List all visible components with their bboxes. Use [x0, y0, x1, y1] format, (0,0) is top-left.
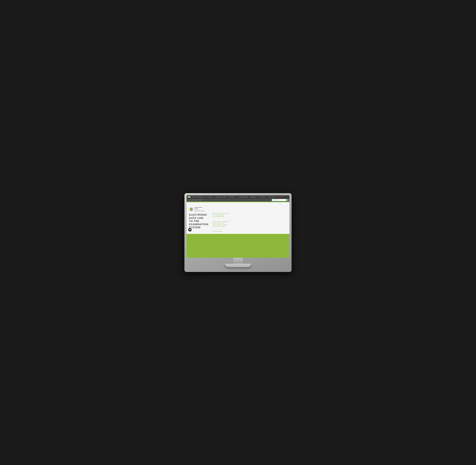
- nav-label-subject-classes: SUBJECT CLASSES: [216, 196, 226, 198]
- monitor-screen: 🏠 EUX- BACKOFFICE ▾ ⊞ CLASSES ▾ ⊞ SUBJEC…: [187, 195, 289, 258]
- gear-icon: ⚙: [259, 196, 260, 197]
- nav-label-manage: MANAGE: [260, 196, 265, 198]
- caret-sports: ▾: [235, 197, 236, 197]
- green-footer: [187, 234, 289, 258]
- dept-name: Department:: [194, 209, 205, 210]
- caret-administration: ▾: [248, 197, 249, 197]
- nav-label-library: LIBRARY: [252, 196, 256, 198]
- caret-sims-admin: ▾: [276, 197, 276, 197]
- logo-dot-1: [188, 197, 189, 197]
- select-placeholder: Select ...: [280, 203, 283, 204]
- nav-label-logout: LOGOUT: [279, 196, 284, 198]
- page-main-title: ELECTRONIC DATA LINK TO THE EXAMINATION …: [189, 213, 208, 229]
- caret-manage: ▾: [265, 197, 266, 197]
- nav-label-administration: ADMINISTRATION: [239, 196, 248, 198]
- library-icon: 📚: [250, 196, 252, 197]
- caret-classes: ▾: [213, 197, 214, 197]
- sims-icon: 👤: [267, 196, 268, 197]
- select-row: Select ... ▾: [187, 202, 289, 205]
- top-nav: 🏠 EUX- BACKOFFICE ▾ ⊞ CLASSES ▾ ⊞ SUBJEC…: [187, 195, 289, 199]
- link-import-course[interactable]: Import Course, Subject & Exam Dates: [212, 213, 287, 214]
- chat-icon: 💬: [189, 229, 191, 231]
- logo-dot-2: [189, 197, 190, 197]
- nav-item-backoffice[interactable]: 🏠 EUX- BACKOFFICE ▾: [192, 195, 206, 199]
- contact-search-input[interactable]: [272, 199, 286, 201]
- link-import-exam-results[interactable]: Import Exam Results: [212, 231, 287, 232]
- nav-item-subject-classes[interactable]: ⊞ SUBJECT CLASSES ▾: [214, 195, 228, 199]
- contact-search-button[interactable]: 🔍: [286, 199, 288, 201]
- link-group-1: Import Course, Subject & Exam Dates Expo…: [212, 213, 287, 217]
- logout-icon: ⭕: [278, 196, 279, 197]
- nav-item-sports[interactable]: 🏆 SPORTS ▾: [228, 195, 237, 199]
- svg-text:⚜: ⚜: [191, 209, 192, 210]
- org-name: higher education: [194, 207, 205, 208]
- nav-label-sports: SPORTS: [230, 196, 235, 198]
- right-section: Import Course, Subject & Exam Dates Expo…: [212, 207, 287, 232]
- nav-label-backoffice: EUX- BACKOFFICE: [194, 196, 204, 198]
- logo-text: higher education & training Department: …: [194, 207, 205, 212]
- monitor-frame: 🏠 EUX- BACKOFFICE ▾ ⊞ CLASSES ▾ ⊞ SUBJEC…: [184, 193, 292, 272]
- admin-icon: 👤: [237, 196, 238, 197]
- dropdown-arrow-icon: ▾: [287, 203, 288, 204]
- grid-icon: ⊞: [206, 196, 207, 197]
- link-export-written[interactable]: Export Written Exam Marks: [212, 226, 287, 227]
- nav-item-administration[interactable]: 👤 ADMINISTRATION ▾: [237, 195, 250, 199]
- grid2-icon: ⊞: [215, 196, 216, 197]
- link-export-candidate-entries[interactable]: Export Candidate Entries: [212, 214, 287, 216]
- link-export-business[interactable]: Export Year Marks - BUSINESS: [212, 224, 287, 225]
- nav-label-sims-admin: SIMS-ADMIN: [269, 196, 275, 198]
- nav-logo[interactable]: [187, 196, 191, 198]
- country: REPUBLIC OF SOUTH AFRICA: [194, 211, 205, 212]
- caret-library: ▾: [257, 197, 257, 197]
- nav-item-classes[interactable]: ⊞ CLASSES ▾: [206, 195, 214, 199]
- nav-item-logout[interactable]: ⭕ LOGOUT: [277, 195, 285, 199]
- nav-item-sims-admin[interactable]: 👤 SIMS-ADMIN ▾: [266, 195, 277, 199]
- breadcrumb: EDLLES DATA - Import and Export: [188, 200, 202, 201]
- caret-subject-classes: ▾: [227, 197, 227, 197]
- logo-area: ⚜ higher education & training Department…: [189, 207, 205, 212]
- link-export-nvc[interactable]: Export Year Marks - NVC: [212, 222, 287, 224]
- title-line3: TO THE: [189, 220, 199, 222]
- nav-item-library[interactable]: 📚 LIBRARY ▾: [250, 195, 258, 199]
- dept-full: Higher Education and Training: [194, 210, 205, 211]
- coat-of-arms-icon: ⚜: [189, 207, 193, 211]
- title-line2: DATA LINK: [189, 216, 204, 220]
- monitor-stand-neck: [233, 258, 243, 264]
- link-export-engineering[interactable]: Export Year Marks - ENGINEERING: [212, 221, 287, 222]
- monitor-bezel: 🏠 EUX- BACKOFFICE ▾ ⊞ CLASSES ▾ ⊞ SUBJEC…: [187, 195, 289, 258]
- trophy-icon: 🏆: [229, 196, 230, 197]
- contact-search-box[interactable]: 🔍: [272, 199, 288, 201]
- link-group-2: Export Year Marks - ENGINEERING Export Y…: [212, 221, 287, 227]
- main-content: ⚜ higher education & training Department…: [187, 205, 289, 234]
- title-line1: ELECTRONIC: [189, 213, 207, 216]
- monitor-stand-base: [225, 264, 251, 267]
- nav-label-classes: CLASSES: [208, 196, 213, 198]
- left-section: ⚜ higher education & training Department…: [189, 207, 208, 232]
- title-line4: EXAMINATION: [189, 223, 208, 226]
- chat-bubble[interactable]: 💬: [188, 228, 191, 232]
- home-icon: 🏠: [193, 196, 194, 197]
- nav-item-manage[interactable]: ⚙ MANAGE ▾: [258, 195, 266, 199]
- link-group-3: Import Exam Results: [212, 231, 287, 232]
- org-name2: & training: [194, 208, 205, 209]
- select-dropdown[interactable]: Select ... ▾: [279, 203, 288, 204]
- caret-backoffice: ▾: [205, 197, 205, 197]
- link-import-candidate-entries[interactable]: Import Candidate Entries: [212, 216, 287, 217]
- monitor-wrapper: 🏠 EUX- BACKOFFICE ▾ ⊞ CLASSES ▾ ⊞ SUBJEC…: [184, 193, 292, 272]
